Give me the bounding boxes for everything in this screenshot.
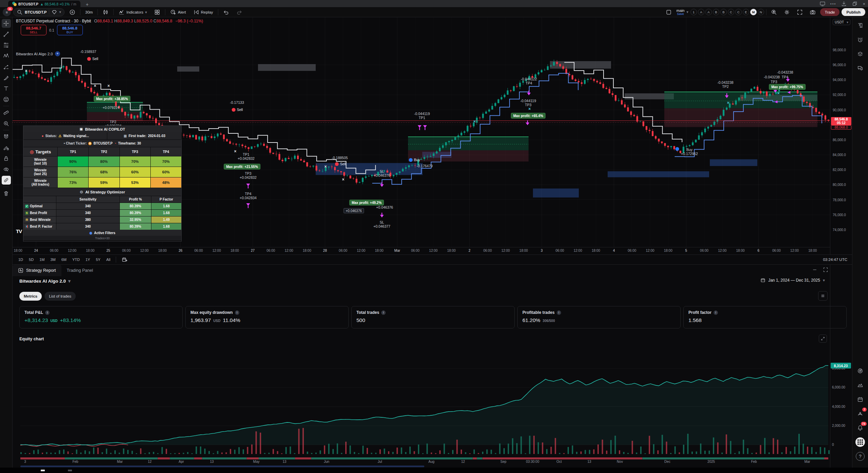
symbol-search[interactable]: BTCUSDT.P ▾ — [13, 8, 64, 16]
monitor-icon[interactable] — [819, 1, 826, 7]
link-tool-icon[interactable] — [2, 176, 11, 185]
lock-tool-icon[interactable] — [2, 154, 11, 163]
minimize-panel-icon[interactable] — [812, 267, 817, 272]
indicator-templates-button[interactable] — [152, 8, 163, 16]
layout-slot-A[interactable]: A — [698, 9, 704, 15]
range-3M-button[interactable]: 3M — [48, 257, 58, 263]
ruler-tool-icon[interactable] — [2, 108, 11, 117]
tab-strategy-report[interactable]: Strategy Report — [13, 265, 61, 276]
user-menu-button[interactable]: ≡11 — [3, 8, 11, 16]
layout-slot-E[interactable]: E — [743, 9, 749, 15]
alert-button[interactable]: Alert — [168, 8, 188, 16]
info-icon[interactable] — [557, 310, 561, 315]
quick-search-icon[interactable] — [769, 8, 779, 16]
text-tool-icon[interactable] — [2, 84, 11, 93]
trend-tool-icon[interactable] — [2, 30, 11, 39]
download-icon[interactable] — [841, 1, 847, 7]
metrics-pill[interactable]: Metrics — [19, 292, 42, 301]
settings-gear-icon[interactable] — [781, 8, 792, 16]
info-icon[interactable] — [714, 310, 718, 315]
chart-style-button[interactable] — [100, 8, 111, 16]
undo-button[interactable] — [221, 8, 232, 16]
range-All-button[interactable]: All — [104, 257, 113, 263]
sell-button[interactable]: 88,546.7SELL — [21, 25, 47, 35]
main-chart[interactable]: BTCUSDT Perpetual Contract · 30 · Bybit … — [13, 17, 830, 247]
compare-symbol-button[interactable] — [67, 8, 78, 16]
trade-button[interactable]: Trade — [820, 8, 840, 16]
watchlist-icon[interactable] — [855, 20, 865, 31]
layout-slot-A[interactable]: A — [705, 9, 712, 15]
utc-clock[interactable]: 03:24:47 UTC — [823, 258, 849, 262]
range-1M-button[interactable]: 1M — [37, 257, 47, 263]
strategy-copilot-panel[interactable]: ▣Bitwardex AI COPILOT●Status:⚠Waiting si… — [23, 126, 182, 242]
layout-slot-C[interactable]: C — [735, 9, 742, 15]
equity-expand-icon[interactable] — [819, 335, 827, 343]
layout-slot-B[interactable]: B — [720, 9, 727, 15]
screener-icon[interactable] — [855, 366, 865, 376]
brush-tool-icon[interactable] — [2, 73, 11, 82]
layout-slot-B[interactable]: B — [713, 9, 719, 15]
layout-slot-C[interactable]: C — [728, 9, 734, 15]
horizontal-scrollbar[interactable] — [20, 466, 424, 467]
go-to-date-icon[interactable] — [119, 256, 130, 264]
date-range-selector[interactable]: Jan 1, 2024 — Dec 31, 2025▾ — [760, 278, 825, 283]
range-YTD-button[interactable]: YTD — [70, 257, 82, 263]
layout-slot-N[interactable]: N — [758, 9, 764, 15]
calendar-icon[interactable] — [855, 394, 865, 404]
trash-tool-icon[interactable] — [2, 189, 11, 198]
notifications-icon[interactable]: 73 — [855, 423, 865, 433]
snapshot-camera-icon[interactable] — [807, 8, 818, 16]
maximize-panel-icon[interactable] — [823, 267, 828, 272]
layout-save[interactable]: Save — [677, 12, 684, 16]
indicators-button[interactable]: Indicators▾ — [116, 8, 149, 16]
report-list-icon[interactable] — [818, 291, 828, 301]
object-tree-icon[interactable] — [855, 49, 865, 59]
fib-tool-icon[interactable] — [2, 41, 11, 50]
time-axis[interactable]: 18:002406:0012:0018:002506:0012:0018:002… — [13, 247, 830, 254]
restore-window-icon[interactable] — [852, 1, 858, 7]
editlock-tool-icon[interactable] — [2, 143, 11, 152]
redo-button[interactable] — [234, 8, 245, 16]
more-icon[interactable]: ••• — [830, 2, 836, 6]
fullscreen-icon[interactable] — [794, 8, 805, 16]
layout-chevron-icon[interactable]: ▾ — [686, 10, 688, 14]
range-5D-button[interactable]: 5D — [26, 257, 36, 263]
pattern-tool-icon[interactable] — [2, 52, 11, 60]
help-icon[interactable]: ? — [855, 451, 865, 461]
replay-button[interactable]: Replay — [191, 8, 216, 16]
tab-trading-panel[interactable]: Trading Panel — [61, 265, 98, 276]
new-tab-button[interactable]: + — [84, 2, 91, 7]
price-axis[interactable]: USDT▾98,000.096,000.094,000.092,000.090,… — [830, 17, 852, 254]
streams-icon[interactable]: 7 — [855, 409, 865, 419]
indicator-legend[interactable]: Bitwardex AI Algo 2.0 — [16, 51, 60, 56]
alarm-icon[interactable] — [855, 35, 865, 45]
browser-tab[interactable]: BTCUSDT.P ▲ 88,546.8 +0.1% / m — [8, 1, 80, 7]
chart-title[interactable]: BTCUSDT Perpetual Contract · 30 · Bybit — [16, 19, 91, 23]
zoom-tool-icon[interactable] — [2, 119, 11, 128]
forecast-tool-icon[interactable] — [2, 62, 11, 71]
range-1D-button[interactable]: 1D — [16, 257, 25, 263]
apps-grid-icon[interactable] — [855, 437, 865, 447]
info-icon[interactable] — [45, 310, 50, 315]
magnet-tool-icon[interactable] — [2, 132, 11, 141]
multichart-checkbox[interactable] — [663, 8, 674, 16]
chat-icon[interactable] — [855, 63, 865, 73]
active-filters-row[interactable]: ◉Active Filters — [23, 230, 181, 236]
equity-chart[interactable] — [13, 346, 830, 463]
info-icon[interactable] — [235, 310, 239, 315]
ideas-icon[interactable] — [855, 380, 865, 390]
list-of-trades-pill[interactable]: List of trades — [44, 292, 76, 301]
range-1Y-button[interactable]: 1Y — [83, 257, 92, 263]
interval-button[interactable]: 30m — [83, 8, 95, 16]
strategy-selector[interactable]: Bitwardex AI Algo 2.0▾ — [19, 278, 71, 284]
emoji-tool-icon[interactable] — [2, 95, 11, 104]
crosshair-tool-icon[interactable] — [2, 19, 11, 28]
publish-button[interactable]: Publish — [842, 8, 865, 16]
eye-tool-icon[interactable] — [2, 165, 11, 174]
layout-slot-1[interactable]: 1 — [690, 9, 697, 15]
buy-button[interactable]: 88,546.8BUY — [57, 25, 83, 35]
layout-menu[interactable]: main Save — [676, 9, 684, 16]
layout-slot-M[interactable]: M — [750, 9, 757, 15]
close-window-icon[interactable]: × — [863, 1, 865, 6]
info-icon[interactable] — [381, 310, 386, 315]
